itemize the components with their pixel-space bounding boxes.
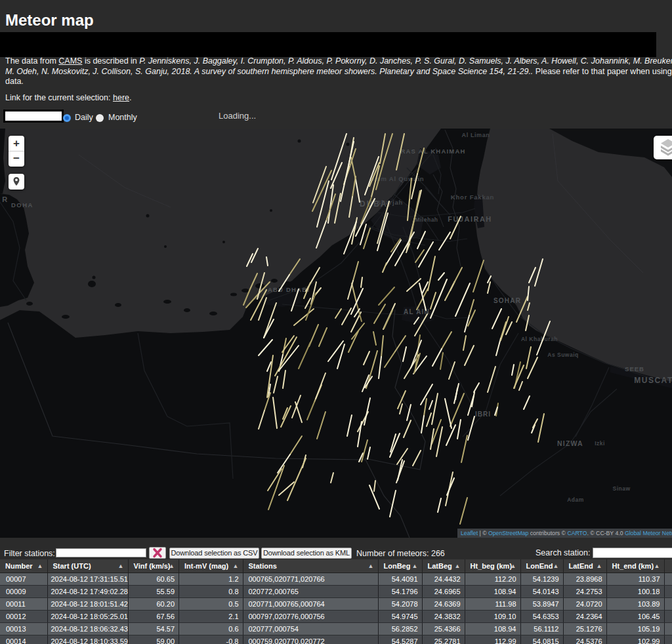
svg-text:SOHAR: SOHAR (494, 297, 521, 304)
svg-text:DOHA: DOHA (11, 201, 33, 209)
svg-text:Sinaw: Sinaw (612, 485, 630, 492)
svg-text:Al Liman: Al Liman (462, 132, 490, 138)
svg-text:FUJAIRAH: FUJAIRAH (448, 215, 492, 223)
svg-text:R: R (2, 195, 8, 203)
svg-text:MUSCAT: MUSCAT (634, 376, 672, 385)
svg-text:RAS AL KHAIMAH: RAS AL KHAIMAH (400, 148, 465, 155)
svg-text:SEEB: SEEB (625, 365, 644, 372)
svg-text:Khor Fakkan: Khor Fakkan (451, 193, 494, 201)
svg-text:Adam: Adam (567, 496, 584, 503)
svg-text:Al Khaburah: Al Khaburah (521, 336, 558, 342)
svg-text:NIZWA: NIZWA (557, 439, 583, 447)
svg-text:IBRI: IBRI (475, 411, 491, 418)
svg-text:Sharjah: Sharjah (377, 199, 403, 206)
svg-text:Izki: Izki (595, 440, 605, 447)
svg-text:ABU DHABI: ABU DHABI (268, 286, 310, 293)
svg-text:Milehah: Milehah (415, 216, 438, 223)
svg-text:As Suwaiq: As Suwaiq (547, 352, 578, 358)
